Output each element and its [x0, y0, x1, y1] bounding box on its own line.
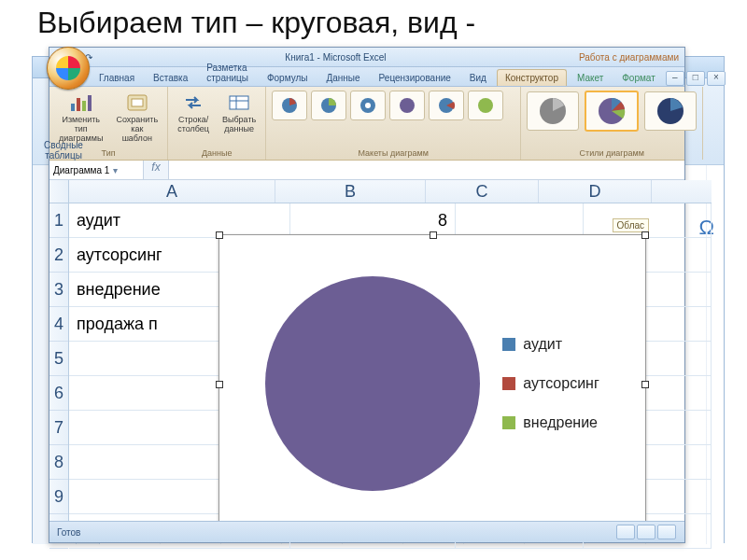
change-chart-type-button[interactable]: Изменить тип диаграммы	[55, 91, 106, 145]
save-as-template-button[interactable]: Сохранить как шаблон	[112, 91, 162, 145]
legend-swatch-icon	[502, 338, 515, 351]
chart-legend[interactable]: аудит аутсорсинг внедрение	[502, 336, 599, 431]
row-header[interactable]: 6	[49, 376, 68, 411]
tab-view[interactable]: Вид	[461, 69, 495, 86]
switch-row-column-button[interactable]: Строка/столбец	[174, 91, 213, 135]
chart-layouts-gallery[interactable]	[272, 91, 514, 120]
tab-review[interactable]: Рецензирование	[371, 69, 459, 86]
legend-swatch-icon	[502, 377, 515, 390]
window-title: Книга1 - Microsoft Excel	[285, 52, 386, 63]
tab-insert[interactable]: Вставка	[145, 69, 196, 86]
row-header[interactable]: 1	[49, 203, 68, 238]
ribbon: Изменить тип диаграммы Сохранить как шаб…	[49, 87, 684, 161]
row-header[interactable]: 2	[49, 238, 68, 273]
chart-styles-gallery[interactable]	[527, 91, 697, 132]
minimize-button[interactable]: –	[666, 71, 684, 86]
layout-option[interactable]	[272, 91, 307, 120]
svg-rect-0	[71, 104, 75, 111]
resize-handle[interactable]	[216, 231, 223, 239]
resize-handle[interactable]	[641, 231, 649, 239]
layout-option[interactable]	[429, 91, 464, 120]
row-headers: 1 2 3 4 5 6 7 8 9 10	[49, 180, 69, 524]
svg-point-12	[365, 103, 371, 108]
svg-rect-2	[82, 101, 86, 111]
close-button[interactable]: ×	[707, 71, 726, 86]
tab-format[interactable]: Формат	[613, 69, 664, 86]
view-normal-button[interactable]	[616, 525, 635, 539]
tab-page-layout[interactable]: Разметка страницы	[198, 59, 257, 86]
row-header[interactable]: 8	[49, 445, 68, 480]
row-header[interactable]: 9	[49, 480, 68, 514]
style-option-color[interactable]	[585, 91, 639, 132]
tab-chart-layout[interactable]: Макет	[569, 69, 612, 86]
row-header[interactable]: 4	[49, 307, 68, 342]
ribbon-group-data: Данные	[202, 148, 233, 158]
ribbon-group-type: Тип	[102, 148, 116, 158]
layout-option[interactable]	[389, 91, 425, 120]
view-page-layout-button[interactable]	[637, 525, 655, 539]
column-headers: A B C D	[69, 180, 712, 203]
resize-handle[interactable]	[430, 231, 437, 239]
legend-swatch-icon	[502, 416, 515, 429]
select-data-button[interactable]: Выбрать данные	[218, 91, 260, 135]
column-header[interactable]: C	[426, 180, 539, 203]
embedded-chart[interactable]: Облас аудит аутсорсинг внедрение	[218, 234, 646, 533]
resize-handle[interactable]	[216, 381, 223, 388]
excel-window: 💾 ↶ ↷ Книга1 - Microsoft Excel Работа с …	[49, 47, 685, 543]
cell-C1[interactable]	[456, 203, 584, 237]
style-option-gray[interactable]	[527, 91, 579, 131]
maximize-button[interactable]: □	[686, 71, 705, 86]
title-bar: 💾 ↶ ↷ Книга1 - Microsoft Excel Работа с …	[49, 48, 684, 67]
layout-option[interactable]	[311, 91, 346, 120]
ribbon-group-styles: Стили диаграмм	[580, 148, 644, 158]
column-header[interactable]: A	[69, 180, 275, 203]
row-header[interactable]: 5	[49, 342, 68, 376]
layout-option[interactable]	[468, 91, 503, 120]
tab-data[interactable]: Данные	[317, 69, 368, 86]
resize-handle[interactable]	[641, 381, 649, 388]
chart-tools-context-label: Работа с диаграммами	[579, 52, 679, 63]
column-header[interactable]: D	[539, 180, 652, 203]
formula-bar-row: Диаграмма 1▾ fx	[49, 161, 684, 180]
pivot-tables-label: Сводные таблицы	[37, 140, 90, 161]
style-option-dark[interactable]	[644, 91, 697, 131]
chart-area-tooltip: Облас	[613, 218, 649, 232]
fx-button[interactable]: fx	[144, 161, 169, 179]
ribbon-group-layouts: Макеты диаграмм	[359, 148, 429, 158]
row-header[interactable]: 7	[49, 411, 68, 445]
legend-label: аутсорсинг	[523, 375, 599, 392]
cell-A1[interactable]: аудит	[69, 203, 290, 237]
svg-rect-5	[132, 99, 143, 106]
legend-label: внедрение	[523, 414, 598, 431]
row-header[interactable]: 3	[49, 273, 68, 307]
status-text: Готов	[57, 527, 80, 538]
pie-chart[interactable]	[265, 276, 480, 491]
svg-rect-6	[230, 96, 248, 109]
tab-design[interactable]: Конструктор	[497, 69, 567, 86]
tab-home[interactable]: Главная	[91, 69, 143, 86]
column-header[interactable]: B	[275, 180, 426, 203]
layout-option[interactable]	[350, 91, 386, 120]
view-page-break-button[interactable]	[657, 525, 676, 539]
svg-rect-1	[77, 98, 80, 111]
tab-formulas[interactable]: Формулы	[259, 69, 317, 86]
svg-rect-3	[88, 95, 92, 111]
slide-title: Выбираем тип – круговая, вид -	[37, 6, 475, 39]
office-button[interactable]	[47, 47, 90, 90]
name-box[interactable]: Диаграмма 1▾	[49, 161, 144, 179]
formula-bar[interactable]	[169, 161, 684, 179]
svg-point-13	[400, 98, 415, 113]
ribbon-tabs: Главная Вставка Разметка страницы Формул…	[49, 67, 684, 87]
chevron-down-icon[interactable]: ▾	[113, 165, 118, 175]
legend-label: аудит	[523, 336, 562, 353]
status-bar: Готов	[49, 521, 684, 542]
svg-point-15	[478, 98, 493, 113]
